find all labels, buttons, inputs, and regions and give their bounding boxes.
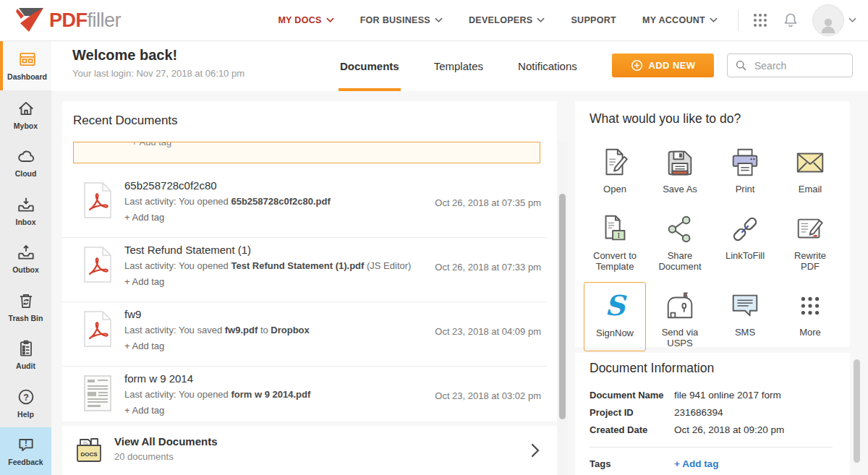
nav-for-business[interactable]: FOR BUSINESS (360, 15, 443, 25)
field-value: file 941 online 2017 form (674, 390, 781, 401)
action-label: More (799, 327, 821, 338)
more-icon (793, 289, 827, 322)
add-tag-link[interactable]: + Add tag (132, 142, 171, 147)
action-label: Open (603, 184, 626, 194)
docs-folder-icon (74, 436, 104, 463)
nav-support[interactable]: SUPPORT (571, 15, 616, 25)
search-input[interactable] (753, 59, 845, 72)
notifications-bell-icon[interactable] (782, 12, 799, 29)
add-tag-link[interactable]: + Add tag (674, 458, 718, 469)
action-linktofill[interactable]: LinkToFill (712, 205, 778, 282)
avatar[interactable] (812, 4, 844, 36)
header-divider (738, 9, 739, 31)
sidebar-item-outbox[interactable]: Outbox (0, 235, 51, 283)
action-more[interactable]: More (778, 282, 843, 351)
document-activity: Last activity: You opened 65b258728c0f2c… (124, 196, 331, 207)
actions-grid: OpenSave AsPrintEmailConvert to Template… (582, 139, 843, 351)
sidebar-item-cloud[interactable]: Cloud (0, 139, 51, 187)
documents-scrollbar-thumb[interactable] (559, 194, 566, 419)
nav-label: DEVELOPERS (469, 15, 532, 25)
panel-scrollbar-thumb[interactable] (854, 359, 860, 463)
tab-documents[interactable]: Documents (339, 40, 401, 91)
pdffiller-logo[interactable]: PDFfiller (14, 6, 121, 35)
sidebar-item-mybox[interactable]: Mybox (0, 90, 51, 139)
add-tag-link[interactable]: + Add tag (124, 276, 164, 287)
recent-documents-list: 65b258728c0f2c80Last activity: You opene… (62, 174, 547, 424)
tags-row: Tags + Add tag (590, 458, 835, 469)
action-rewrite-pdf[interactable]: Rewrite PDF (778, 205, 843, 282)
apps-grid-icon[interactable] (752, 12, 769, 29)
document-date: Oct 26, 2018 at 07:35 pm (435, 197, 541, 208)
chevron-down-icon (710, 17, 718, 23)
chevron-down-icon (326, 17, 334, 23)
view-all-documents[interactable]: View All Documents 20 documents (62, 426, 557, 475)
action-convert-to-template[interactable]: Convert to Template (582, 205, 647, 282)
document-title[interactable]: fw9 (124, 308, 141, 320)
document-row[interactable]: fw9Last activity: You saved fw9.pdf to D… (62, 302, 547, 367)
add-new-label: ADD NEW (649, 60, 696, 71)
action-label: Share Document (657, 250, 703, 272)
action-open[interactable]: Open (582, 139, 647, 205)
chevron-down-icon (435, 17, 443, 23)
save-as-icon (663, 146, 697, 179)
tab-templates[interactable]: Templates (433, 40, 485, 91)
pdf-file-icon (84, 182, 111, 218)
tags-label: Tags (590, 458, 674, 469)
sidebar-item-dashboard[interactable]: Dashboard (0, 40, 51, 90)
tab-notifications[interactable]: Notifications (516, 40, 579, 91)
document-activity: Last activity: You opened form w 9 2014.… (124, 389, 310, 400)
document-row[interactable]: Test Refund Statement (1)Last activity: … (62, 238, 547, 302)
add-new-button[interactable]: ADD NEW (612, 54, 714, 77)
sidebar-item-label: Inbox (16, 218, 36, 226)
nav-my-docs[interactable]: MY DOCS (278, 15, 333, 25)
sidebar-item-label: Feedback (8, 458, 43, 466)
sidebar-item-feedback[interactable]: Feedback (0, 427, 51, 475)
selected-document-row-partial[interactable]: + Add tag (73, 142, 540, 163)
action-sms[interactable]: SMS (712, 282, 778, 351)
action-share-document[interactable]: Share Document (647, 205, 712, 282)
nav-developers[interactable]: DEVELOPERS (469, 15, 545, 25)
add-tag-link[interactable]: + Add tag (124, 405, 164, 416)
recent-documents-title: Recent Documents (73, 114, 178, 128)
action-signnow[interactable]: SignNow (584, 282, 646, 351)
inbox-icon (17, 195, 35, 214)
sidebar-item-audit[interactable]: Audit (0, 331, 51, 380)
sidebar-item-label: Outbox (12, 265, 39, 274)
action-print[interactable]: Print (712, 139, 778, 205)
pdf-file-icon (84, 247, 111, 283)
action-send-via-usps[interactable]: Send via USPS (647, 282, 712, 351)
dashboard-icon (18, 50, 37, 69)
chevron-down-icon (537, 17, 545, 23)
linktofill-icon (728, 213, 762, 246)
add-tag-link[interactable]: + Add tag (124, 212, 164, 223)
header-icons (752, 4, 856, 36)
nav-label: MY ACCOUNT (642, 15, 705, 25)
sidebar-item-help[interactable]: Help (0, 379, 51, 427)
document-row[interactable]: form w 9 2014Last activity: You opened f… (62, 367, 547, 424)
nav-my-account[interactable]: MY ACCOUNT (642, 15, 718, 25)
logo-pdf: PDF (49, 9, 88, 31)
action-email[interactable]: Email (778, 139, 843, 205)
account-menu[interactable] (812, 4, 856, 36)
sidebar-item-inbox[interactable]: Inbox (0, 187, 51, 235)
document-title[interactable]: form w 9 2014 (124, 372, 193, 385)
sidebar-item-label: Mybox (14, 121, 38, 130)
search-box[interactable] (727, 54, 853, 77)
document-row[interactable]: 65b258728c0f2c80Last activity: You opene… (62, 174, 547, 238)
documents-count: 20 documents (114, 451, 174, 462)
last-login-text: Your last login: Nov 27, 2018 at 06:10 p… (72, 68, 244, 79)
add-tag-link[interactable]: + Add tag (124, 341, 164, 351)
sidebar-item-label: Trash Bin (9, 314, 43, 322)
sidebar-item-label: Audit (16, 361, 35, 370)
main-nav: MY DOCS FOR BUSINESS DEVELOPERS SUPPORT … (278, 15, 718, 25)
action-label: SignNow (596, 328, 634, 338)
action-label: SMS (735, 327, 755, 338)
document-title[interactable]: 65b258728c0f2c80 (124, 179, 217, 192)
document-title[interactable]: Test Refund Statement (1) (124, 244, 251, 256)
actions-panel: What would you like to do? OpenSave AsPr… (575, 101, 850, 347)
trash-icon (17, 291, 35, 310)
document-activity: Last activity: You saved fw9.pdf to Drop… (124, 325, 310, 335)
sidebar-item-trash-bin[interactable]: Trash Bin (0, 283, 51, 331)
sidebar: DashboardMyboxCloudInboxOutboxTrash BinA… (0, 40, 51, 475)
action-save-as[interactable]: Save As (647, 139, 712, 205)
